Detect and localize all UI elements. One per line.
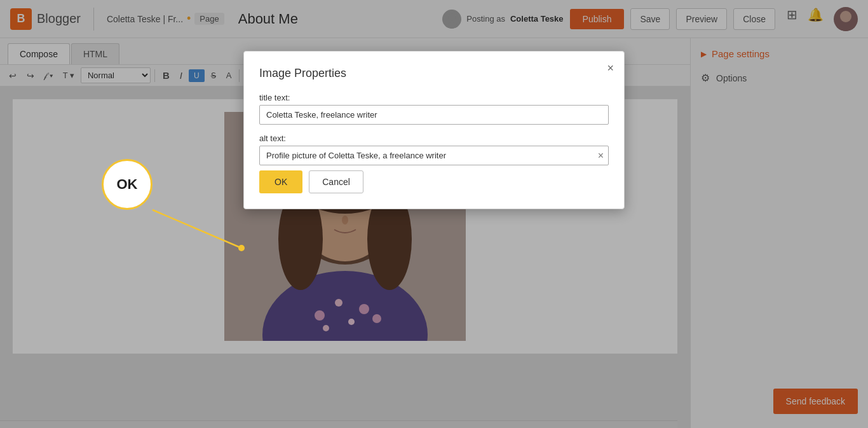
modal-overlay: Image Properties × title text: alt text:… [0,0,868,428]
alt-text-input[interactable] [259,146,609,165]
modal-title: Image Properties [259,67,609,80]
modal-buttons: OK Cancel [259,170,609,193]
title-text-label: title text: [259,93,609,102]
title-text-input[interactable] [259,105,609,125]
image-properties-modal: Image Properties × title text: alt text:… [243,51,625,209]
cancel-button[interactable]: Cancel [309,170,363,193]
alt-text-label: alt text: [259,134,609,143]
alt-text-wrapper: × [259,146,609,165]
alt-text-clear-button[interactable]: × [598,150,604,162]
ok-button[interactable]: OK [259,170,302,193]
modal-close-button[interactable]: × [607,62,614,75]
